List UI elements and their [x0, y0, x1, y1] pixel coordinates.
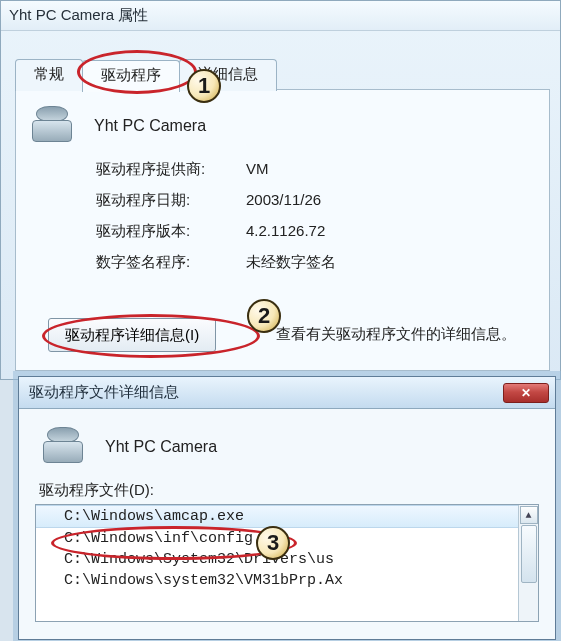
driver-info-grid: 驱动程序提供商: VM 驱动程序日期: 2003/11/26 驱动程序版本: 4…	[96, 160, 549, 272]
list-scrollbar[interactable]: ▲	[518, 505, 538, 621]
driver-tab-panel: Yht PC Camera 驱动程序提供商: VM 驱动程序日期: 2003/1…	[15, 89, 550, 371]
list-item[interactable]: C:\Windows\system32\VM31bPrp.Ax	[36, 570, 538, 591]
scroll-thumb[interactable]	[521, 525, 537, 583]
tab-details[interactable]: 详细信息	[179, 59, 277, 91]
window-title: Yht PC Camera 属性	[1, 1, 560, 31]
details-window-titlebar: 驱动程序文件详细信息 ✕	[19, 377, 555, 409]
camera-icon	[41, 427, 85, 467]
details-device-name: Yht PC Camera	[105, 438, 217, 456]
list-item[interactable]: C:\Windows\amcap.exe	[36, 505, 538, 528]
tab-strip: 常规 驱动程序 详细信息	[15, 57, 276, 91]
version-label: 驱动程序版本:	[96, 222, 246, 241]
scroll-up-icon[interactable]: ▲	[520, 506, 538, 524]
device-header: Yht PC Camera	[16, 90, 549, 160]
tab-driver[interactable]: 驱动程序	[82, 60, 180, 92]
list-item[interactable]: C:\Windows\System32\Drivers\us	[36, 549, 538, 570]
details-window-title: 驱动程序文件详细信息	[29, 383, 179, 402]
driver-details-button[interactable]: 驱动程序详细信息(I)	[48, 318, 216, 352]
device-properties-window: Yht PC Camera 属性 常规 驱动程序 详细信息 1 Yht PC C…	[0, 0, 561, 380]
version-value: 4.2.1126.72	[246, 222, 325, 241]
driver-file-details-window: 驱动程序文件详细信息 ✕ Yht PC Camera 驱动程序文件(D): C:…	[18, 376, 556, 640]
close-button[interactable]: ✕	[503, 383, 549, 403]
driver-files-label: 驱动程序文件(D):	[39, 481, 539, 500]
device-name: Yht PC Camera	[94, 117, 206, 135]
list-item[interactable]: C:\Windows\inf\config.set	[36, 528, 538, 549]
date-value: 2003/11/26	[246, 191, 321, 210]
date-label: 驱动程序日期:	[96, 191, 246, 210]
signer-label: 数字签名程序:	[96, 253, 246, 272]
details-device-header: Yht PC Camera	[35, 421, 539, 481]
camera-icon	[30, 106, 74, 146]
close-icon: ✕	[521, 386, 531, 400]
driver-files-listbox[interactable]: C:\Windows\amcap.exe C:\Windows\inf\conf…	[35, 504, 539, 622]
provider-label: 驱动程序提供商:	[96, 160, 246, 179]
details-window-body: Yht PC Camera 驱动程序文件(D): C:\Windows\amca…	[19, 409, 555, 622]
tab-general[interactable]: 常规	[15, 59, 83, 91]
signer-value: 未经数字签名	[246, 253, 336, 272]
driver-details-description: 查看有关驱动程序文件的详细信息。	[276, 325, 516, 344]
provider-value: VM	[246, 160, 269, 179]
